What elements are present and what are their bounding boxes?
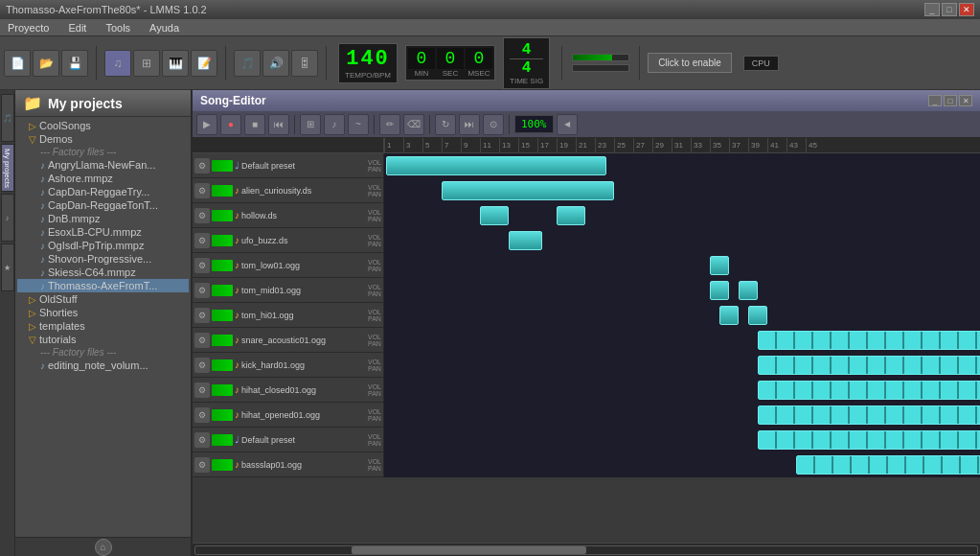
track-gear-1[interactable]: ⚙ <box>194 158 210 174</box>
my-projects-icon[interactable]: My projects <box>1 144 14 192</box>
track-gear-10[interactable]: ⚙ <box>194 382 210 398</box>
tree-file-skiessi[interactable]: ♪ Skiessi-C64.mmpz <box>17 266 189 279</box>
menu-proyecto[interactable]: Proyecto <box>4 22 53 34</box>
tree-coolsongs[interactable]: ▷ CoolSongs <box>17 119 189 132</box>
tree-file-ashore[interactable]: ♪ Ashore.mmpz <box>17 172 189 185</box>
menu-ayuda[interactable]: Ayuda <box>146 22 183 34</box>
track-mute-1[interactable] <box>212 160 233 172</box>
track-timeline-1[interactable] <box>384 153 980 178</box>
track-name-9[interactable]: kick_hard01.ogg <box>241 360 366 370</box>
block-8-1[interactable] <box>758 331 980 350</box>
add-sample-track[interactable]: ♪ <box>324 114 345 135</box>
scrollbar-thumb[interactable] <box>352 546 586 554</box>
tree-file-capdan2[interactable]: ♪ CapDan-ReggaeTonT... <box>17 198 189 212</box>
save-button[interactable]: 💾 <box>61 50 88 77</box>
track-name-7[interactable]: tom_hi01.ogg <box>241 311 366 320</box>
time-msec[interactable]: 0 <box>466 48 492 69</box>
tree-file-shovon[interactable]: ♪ Shovon-Progressive... <box>17 252 189 266</box>
timesig-bot[interactable]: 4 <box>522 59 532 77</box>
track-timeline-6[interactable] <box>384 278 980 303</box>
tree-file-dnb[interactable]: ♪ DnB.mmpz <box>17 212 189 225</box>
stop-button[interactable]: ■ <box>244 114 265 135</box>
track-name-4[interactable]: ufo_buzz.ds <box>241 236 366 245</box>
add-automation[interactable]: ~ <box>348 114 369 135</box>
instrument-plugins-btn[interactable]: 🎵 <box>234 50 261 77</box>
timesig-section[interactable]: 4 4 TIME SIG <box>503 37 550 89</box>
tree-demos[interactable]: ▽ Demos <box>17 132 189 146</box>
tree-shorties[interactable]: ▷ Shorties <box>17 306 189 319</box>
track-name-12[interactable]: Default preset <box>241 435 366 445</box>
menu-edit[interactable]: Edit <box>64 22 90 34</box>
track-mute-12[interactable] <box>212 434 233 446</box>
maximize-button[interactable]: □ <box>942 3 957 16</box>
track-name-2[interactable]: alien_curiousity.ds <box>241 186 366 196</box>
track-timeline-13[interactable] <box>384 452 980 477</box>
block-6-1[interactable] <box>710 281 729 300</box>
track-mute-13[interactable] <box>212 459 233 471</box>
track-name-5[interactable]: tom_low01.ogg <box>241 261 366 270</box>
block-5-1[interactable] <box>710 256 729 275</box>
tree-oldstuff[interactable]: ▷ OldStuff <box>17 292 189 306</box>
my-samples-btn[interactable]: 🔊 <box>262 50 289 77</box>
project-notes-btn[interactable]: 📝 <box>191 50 217 77</box>
track-mute-3[interactable] <box>212 210 233 221</box>
track-gear-12[interactable]: ⚙ <box>194 432 210 448</box>
song-editor-btn[interactable]: ♫ <box>104 50 131 77</box>
tree-templates[interactable]: ▷ templates <box>17 319 189 333</box>
block-3-2[interactable] <box>557 206 585 225</box>
track-name-6[interactable]: tom_mid01.ogg <box>241 286 366 295</box>
track-timeline-8[interactable] <box>384 328 980 353</box>
menu-tools[interactable]: Tools <box>102 22 134 34</box>
enable-button[interactable]: Click to enable <box>648 53 732 73</box>
track-timeline-10[interactable] <box>384 378 980 403</box>
presets-icon[interactable]: ★ <box>1 243 14 291</box>
play-button[interactable]: ▶ <box>196 114 217 135</box>
minimize-button[interactable]: _ <box>924 3 940 16</box>
open-button[interactable]: 📂 <box>33 50 59 77</box>
block-3-1[interactable] <box>480 206 509 225</box>
block-4-1[interactable] <box>509 231 542 250</box>
tree-file-editing[interactable]: ♪ editing_note_volum... <box>17 359 189 372</box>
block-11-1[interactable] <box>758 405 980 425</box>
project-tree[interactable]: ▷ CoolSongs ▽ Demos --- Factory files --… <box>15 117 191 537</box>
horizontal-scrollbar[interactable] <box>194 545 978 555</box>
track-mute-8[interactable] <box>212 335 233 346</box>
track-mute-5[interactable] <box>212 260 233 271</box>
track-gear-11[interactable]: ⚙ <box>194 407 210 423</box>
timeline-pos[interactable]: ⊙ <box>483 114 504 135</box>
timesig-top[interactable]: 4 <box>522 41 532 58</box>
block-13-1[interactable] <box>796 455 980 475</box>
block-10-1[interactable] <box>758 381 980 400</box>
zoom-in[interactable]: ◀ <box>557 114 578 135</box>
erase-tool[interactable]: ⌫ <box>403 114 424 135</box>
tree-file-capdan1[interactable]: ♪ CapDan-ReggaeTry... <box>17 185 189 198</box>
close-button[interactable]: ✕ <box>959 3 974 16</box>
track-name-1[interactable]: Default preset <box>241 161 366 171</box>
track-gear-7[interactable]: ⚙ <box>194 308 210 323</box>
track-gear-4[interactable]: ⚙ <box>194 233 210 248</box>
track-timeline-3[interactable] <box>384 203 980 228</box>
tempo-value[interactable]: 140 <box>346 47 390 71</box>
track-timeline-11[interactable] <box>384 403 980 428</box>
tree-file-oglsdl[interactable]: ♪ OgIsdl-PpTrip.mmpz <box>17 239 189 252</box>
my-presets-btn[interactable]: 🎛 <box>291 50 318 77</box>
block-7-1[interactable] <box>719 306 739 325</box>
track-timeline-9[interactable] <box>384 353 980 378</box>
skip-start[interactable]: ⏭ <box>459 114 480 135</box>
track-timeline-4[interactable] <box>384 228 980 253</box>
rewind-button[interactable]: ⏮ <box>268 114 289 135</box>
home-button[interactable]: ⌂ <box>95 539 112 556</box>
master-vol-slider[interactable] <box>572 54 629 61</box>
tree-file-thomasso[interactable]: ♪ Thomasso-AxeFromT... <box>17 279 189 292</box>
track-gear-9[interactable]: ⚙ <box>194 358 210 373</box>
track-name-13[interactable]: bassslap01.ogg <box>241 460 366 470</box>
track-gear-2[interactable]: ⚙ <box>194 183 210 198</box>
track-mute-4[interactable] <box>212 235 233 246</box>
draw-tool[interactable]: ✏ <box>379 114 400 135</box>
tree-tutorials[interactable]: ▽ tutorials <box>17 333 189 346</box>
track-mute-9[interactable] <box>212 359 233 371</box>
block-7-2[interactable] <box>748 306 767 325</box>
master-pitch-slider[interactable] <box>572 64 629 72</box>
se-minimize[interactable]: _ <box>928 95 942 106</box>
new-button[interactable]: 📄 <box>4 50 31 77</box>
